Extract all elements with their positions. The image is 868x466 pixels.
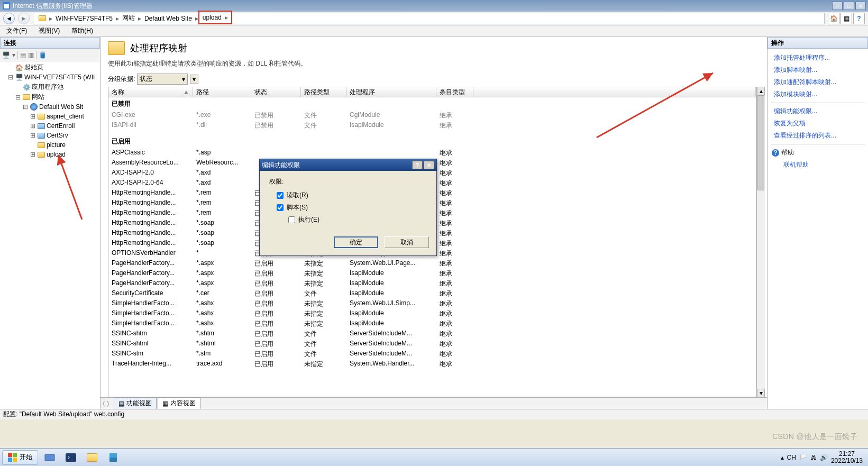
list-row[interactable]: SimpleHandlerFacto...*.ashx已启用未指定System.… [108,299,756,309]
checkbox-read[interactable]: 读取(R) [277,189,427,202]
home-button[interactable]: 🏠 [828,13,839,24]
action-online-help[interactable]: 联机帮助 [780,159,865,171]
page-subtitle: 使用此功能指定处理特定请求类型的响应的资源，如 DLL 和托管代码。 [108,59,765,68]
action-revert-parent[interactable]: 恢复为父项 [771,117,865,130]
tree-node[interactable]: picture [1,140,99,150]
tree-node[interactable]: ⊞CertSrv [1,131,99,140]
connections-tree[interactable]: 🏠起始页⊟🖥️WIN-FVEF7SF4TF5 (WII⚙️应用程序池⊟网站⊟De… [0,61,100,409]
action-add-managed[interactable]: 添加托管处理程序... [771,52,865,64]
tree-node[interactable]: 🏠起始页 [1,62,99,72]
scroll-thumb[interactable] [757,95,764,190]
tree-collapse-icon[interactable]: ▤ [20,51,26,59]
list-row[interactable]: ISAPI-dll*.dll已禁用文件IsapiModule继承 [108,121,756,131]
tree-node[interactable]: ⊟Default Web Sit [1,102,99,112]
start-button[interactable]: 开始 [2,450,38,465]
content-icon: ▦ [162,400,168,407]
list-row[interactable]: ASPClassic*.asp继承 [108,148,756,158]
list-row[interactable]: PageHandlerFactory...*.aspx已启用未指定IsapiMo… [108,279,756,289]
task-servermanager[interactable] [40,450,59,465]
list-row[interactable]: CGI-exe*.exe已禁用文件CgiModule继承 [108,111,756,121]
breadcrumb-item[interactable]: 网站 [119,14,138,23]
tray-flag-icon[interactable]: 🏳️ [799,454,807,461]
action-add-script[interactable]: 添加脚本映射... [771,64,865,76]
column-handler[interactable]: 处理程序 [346,87,436,97]
tree-expand-icon[interactable]: ▥ [28,51,34,59]
tray-sound-icon[interactable]: 🔊 [820,454,828,461]
column-entrytype[interactable]: 条目类型 [436,87,473,97]
column-name[interactable]: 名称▲ [108,87,193,97]
groupby-dropdown-button[interactable]: ▾ [190,75,198,84]
dialog-help-button[interactable]: ? [412,161,423,169]
back-button[interactable]: ◄ [3,13,15,24]
minimize-button[interactable]: ─ [832,2,843,10]
tree-node[interactable]: ⊞upload [1,150,99,159]
help-button[interactable]: ? [853,13,865,24]
breadcrumb-item[interactable]: upload [203,14,222,21]
ime-indicator[interactable]: CH [787,454,796,461]
action-add-module[interactable]: 添加模块映射... [771,88,865,100]
action-help[interactable]: ? 帮助 [771,147,865,159]
folder-icon [39,15,46,21]
action-edit-permissions[interactable]: 编辑功能权限... [771,105,865,117]
breadcrumb[interactable]: ▸ WIN-FVEF7SF4TF5 ▸ 网站 ▸ Default Web Sit… [33,13,825,24]
tab-content[interactable]: ▦内容视图 [158,397,200,409]
breadcrumb-item[interactable]: WIN-FVEF7SF4TF5 [52,15,116,22]
breadcrumb-item[interactable]: Default Web Site [141,15,195,22]
home-icon: 🏠 [830,15,838,22]
features-icon: ▤ [118,400,124,407]
nav-toolbar: ◄ ► ▸ WIN-FVEF7SF4TF5 ▸ 网站 ▸ Default Web… [0,12,868,25]
forward-button[interactable]: ► [18,13,30,24]
connect-icon[interactable]: 🖥️ [2,51,10,59]
tree-node[interactable]: ⊞CertEnroll [1,121,99,131]
list-row[interactable]: PageHandlerFactory...*.aspx已启用未指定IsapiMo… [108,269,756,279]
list-scrollbar[interactable]: ▴ ▾ [756,87,765,397]
task-powershell[interactable]: ›_ [61,450,80,465]
close-button[interactable]: ✕ [855,2,866,10]
breadcrumb-root[interactable] [35,15,49,21]
tree-node[interactable]: ⊟网站 [1,92,99,102]
dialog-close-button[interactable]: ✕ [424,161,434,169]
tab-features[interactable]: ▤功能视图 [114,397,157,409]
list-row[interactable]: TraceHandler-Integ...trace.axd已启用未指定Syst… [108,359,756,369]
menu-file[interactable]: 文件(F) [2,25,31,36]
maximize-button[interactable]: □ [844,2,854,10]
window-titlebar: Internet 信息服务(IIS)管理器 ─ □ ✕ [0,0,868,12]
column-pathtype[interactable]: 路径类型 [301,87,346,97]
menu-help[interactable]: 帮助(H) [67,25,97,36]
list-row[interactable]: PageHandlerFactory...*.aspx已启用未指定System.… [108,259,756,269]
refresh-button[interactable]: ▦ [840,13,852,24]
list-row[interactable]: SimpleHandlerFacto...*.ashx已启用未指定IsapiMo… [108,319,756,329]
list-row[interactable]: SSINC-stm*.stm已启用文件ServerSideIncludeM...… [108,349,756,359]
list-row[interactable]: SecurityCertificate*.cer已启用文件IsapiModule… [108,289,756,299]
stop-icon[interactable]: 🛢️ [39,51,47,59]
action-view-ordered[interactable]: 查看经过排序的列表... [771,130,865,142]
column-state[interactable]: 状态 [251,87,301,97]
checkbox-execute[interactable]: 执行(E) [288,214,427,226]
svg-rect-5 [13,453,17,457]
column-path[interactable]: 路径 [193,87,251,97]
tray-chevron-icon[interactable]: ▴ [781,454,784,461]
list-row[interactable]: SSINC-shtml*.shtml已启用文件ServerSideInclude… [108,339,756,349]
taskbar: 开始 ›_ ▴ CH 🏳️ 🖧 🔊 21:27 2022/10/13 [0,448,868,466]
tray-network-icon[interactable]: 🖧 [810,454,817,461]
task-iis[interactable] [104,450,123,465]
dialog-titlebar[interactable]: 编辑功能权限 ? ✕ [260,159,436,171]
tree-node[interactable]: ⚙️应用程序池 [1,82,99,92]
tree-node[interactable]: ⊟🖥️WIN-FVEF7SF4TF5 (WII [1,72,99,82]
grid-icon: ▦ [844,15,849,22]
tray-clock[interactable]: 21:27 2022/10/13 [831,451,863,464]
tree-node[interactable]: ⊞aspnet_client [1,112,99,121]
task-explorer[interactable] [83,450,102,465]
scroll-up-button[interactable]: ▴ [757,87,765,95]
scroll-down-button[interactable]: ▾ [757,389,765,397]
action-add-wildcard[interactable]: 添加通配符脚本映射... [771,76,865,88]
cancel-button[interactable]: 取消 [385,236,429,248]
menu-view[interactable]: 视图(V) [34,25,64,36]
checkbox-script[interactable]: 脚本(S) [277,202,427,214]
ok-button[interactable]: 确定 [334,236,378,248]
list-row[interactable]: SSINC-shtm*.shtm已启用文件ServerSideIncludeM.… [108,329,756,339]
help-icon: ? [857,15,861,22]
list-row[interactable]: SimpleHandlerFacto...*.ashx已启用未指定IsapiMo… [108,309,756,319]
svg-text:›_: ›_ [68,454,74,461]
groupby-select[interactable]: 状态▾ [137,74,188,85]
